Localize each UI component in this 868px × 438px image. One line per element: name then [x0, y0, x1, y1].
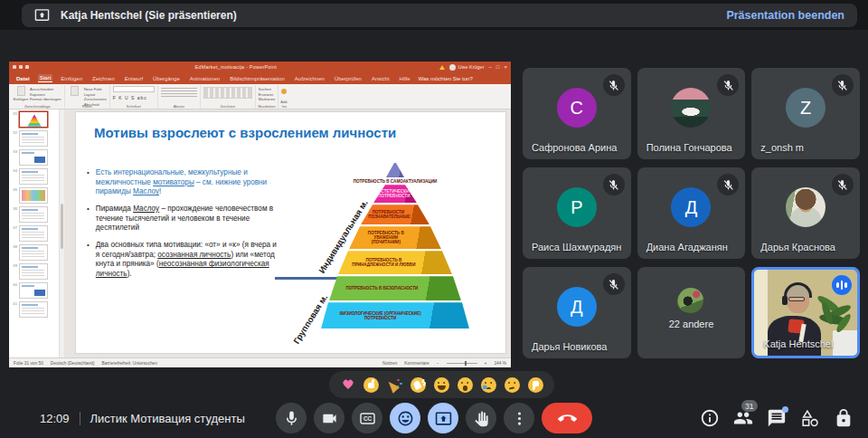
ribbon-group-addins[interactable]: Add-Ins — [278, 85, 289, 109]
participant-tile[interactable]: Раиса Шахмурадян Р — [523, 167, 631, 259]
ppt-tab-12[interactable]: Hilfe — [398, 75, 412, 82]
thinking-face-reaction[interactable] — [505, 377, 520, 393]
ppt-search-hint[interactable]: Was möchten Sie tun? — [419, 76, 473, 81]
ribbon-group-drawing[interactable]: Zeichnen — [201, 85, 256, 109]
ppt-tab-5[interactable]: Entwurf — [123, 75, 145, 82]
ppt-tab-3[interactable]: Einfügen — [59, 75, 84, 82]
comments-button[interactable]: Kommentare — [404, 361, 429, 366]
ppt-quick-access-toolbar[interactable] — [13, 64, 32, 70]
ribbon-group-paragraph[interactable]: Absatz — [158, 85, 201, 109]
ppt-tab-9[interactable]: Aufzeichnen — [293, 75, 326, 82]
participant-tile[interactable]: z_onsh m Z — [751, 68, 860, 159]
raise-hand-button[interactable] — [466, 403, 496, 433]
mini-pyramid — [26, 114, 42, 127]
slide-thumbnail-37[interactable]: 37 — [11, 225, 58, 242]
slide-thumbnail-39[interactable]: 39 — [11, 263, 58, 280]
slide-thumbnail-preview — [19, 149, 48, 166]
pyramid-level-5: ПОТРЕБНОСТЬ В ПРИНАДЛЕЖНОСТИ И ЛЮБВИ — [338, 251, 452, 274]
participant-name: Диана Агаджанян — [646, 242, 728, 252]
ppt-tab-7[interactable]: Animationen — [188, 75, 222, 82]
participant-tile[interactable]: Дарья Краснова — [751, 167, 860, 259]
ppt-window-title: EdMarket_motivacija - PowerPoint — [32, 64, 439, 70]
mic-button[interactable] — [276, 403, 307, 433]
slide-thumbnail-32[interactable]: 32 — [11, 130, 58, 147]
party-popper-reaction[interactable] — [387, 377, 402, 393]
slide-thumbnail-36[interactable]: 36 — [11, 206, 58, 223]
slide-thumbnail-number: 33 — [11, 149, 17, 154]
ppt-tab-2[interactable]: Start — [38, 74, 53, 82]
activities-icon[interactable] — [800, 408, 820, 428]
thumbs-up-reaction[interactable] — [363, 377, 379, 393]
end-call-button[interactable] — [542, 403, 592, 433]
avatar-photo — [678, 288, 703, 313]
pyramid-top-label: ПОТРЕБНОСТЬ В САМОАКТУАЛИЗАЦИИ — [345, 179, 445, 184]
language-indicator[interactable]: Deutsch (Deutschland) — [51, 361, 95, 366]
ribbon-group-font[interactable]: F K U S abc Schriftart — [110, 85, 158, 109]
astonished-face-reaction[interactable] — [458, 377, 473, 393]
participant-tile[interactable]: Katja Hentschel — [751, 267, 860, 358]
face-with-tears-of-joy-reaction[interactable] — [434, 377, 449, 393]
slide-thumbnail-41[interactable]: 41 — [11, 301, 58, 318]
crying-face-reaction[interactable] — [481, 377, 496, 393]
host-controls-icon[interactable] — [834, 408, 854, 428]
participant-name: Сафронова Арина — [532, 142, 617, 153]
present-button[interactable] — [428, 403, 458, 433]
camera-button[interactable] — [314, 403, 344, 433]
avatar: С — [557, 88, 597, 128]
ribbon-group-clipboard[interactable]: Einfügen Ausschneiden Kopieren Format üb… — [11, 85, 65, 109]
thumbs-down-reaction[interactable] — [528, 377, 543, 393]
ppt-thumbnail-list[interactable]: 3132333435363738394041 — [9, 110, 60, 357]
chat-icon[interactable] — [767, 408, 787, 428]
clapping-hands-reaction[interactable] — [410, 377, 426, 393]
slide-thumbnail-33[interactable]: 33 — [11, 149, 58, 166]
bullet-marker: • — [87, 168, 90, 197]
participant-tile[interactable]: Дарья Новикова Д — [523, 267, 631, 358]
presentation-top-bar: Katja Hentschel (Sie präsentieren) Präse… — [0, 0, 868, 30]
participant-tile[interactable]: Диана Агаджанян Д — [637, 167, 746, 259]
ribbon-group-slides[interactable]: Neue Folie Layout Zurücksetzen Abschnitt… — [65, 85, 110, 109]
ppt-tab-1[interactable]: Datei — [14, 75, 32, 82]
ppt-window-buttons[interactable]: –□× — [485, 64, 507, 70]
slide-thumbnail-35[interactable]: 35 — [11, 187, 58, 204]
participant-tile[interactable]: Полина Гончарова — [637, 68, 746, 159]
slide-thumbnail-40[interactable]: 40 — [11, 282, 58, 299]
accessibility-checker[interactable]: Barrierefreiheit: Untersuchen — [102, 361, 157, 366]
zoom-level[interactable]: 144 % — [494, 361, 506, 366]
ppt-tab-4[interactable]: Zeichnen — [90, 75, 117, 82]
slide-thumbnail-number: 38 — [11, 244, 17, 249]
mic-off-icon — [603, 273, 625, 295]
people-icon[interactable]: 31 — [733, 408, 753, 428]
pyramid-level-label: ЭСТЕТИЧЕСКИЕ ПОТРЕБНОСТИ — [378, 189, 411, 198]
sparkling-heart-reaction[interactable] — [340, 377, 355, 393]
zoom-out-button[interactable]: − — [437, 361, 439, 366]
end-presentation-button[interactable]: Präsentation beenden — [726, 9, 844, 22]
slide-thumbnail-31[interactable]: 31 — [11, 111, 58, 128]
slide-thumbnail-38[interactable]: 38 — [11, 244, 58, 261]
more-button[interactable] — [504, 403, 534, 433]
slide-thumbnail-preview — [19, 263, 48, 280]
zoom-slider[interactable] — [447, 363, 477, 364]
overflow-count: 22 andere — [637, 319, 746, 329]
slide-canvas: Мотивы взрослеют с взрослением личности … — [75, 111, 506, 354]
info-icon[interactable] — [700, 408, 720, 428]
ribbon-group-editing[interactable]: Suchen Ersetzen Markieren Bearbeiten — [256, 85, 279, 109]
pyramid-level-3: ПОТРЕБНОСТИ ПОЗНАВАТЕЛЬНЫЕ: — [361, 205, 429, 224]
participant-tile[interactable]: Сафронова Арина С — [523, 68, 631, 159]
avatar: Р — [557, 187, 597, 227]
reactions-button[interactable] — [390, 403, 420, 433]
ppt-tab-11[interactable]: Ansicht — [370, 75, 392, 82]
present-to-all-icon — [34, 7, 50, 23]
ppt-tab-10[interactable]: Überprüfen — [333, 75, 363, 82]
participant-count-badge: 31 — [741, 400, 758, 412]
slide-thumbnail-34[interactable]: 34 — [11, 168, 58, 185]
ppt-tab-6[interactable]: Übergänge — [151, 75, 182, 82]
ppt-tab-8[interactable]: Bildschirmpräsentation — [228, 75, 287, 82]
slide-thumbnail-preview — [19, 111, 48, 128]
notes-button[interactable]: Notizen — [382, 361, 397, 366]
slide-thumbnail-number: 41 — [11, 301, 17, 306]
captions-button[interactable] — [352, 403, 382, 433]
participant-tile[interactable]: 22 andere o — [637, 267, 746, 358]
pyramid-level-label: ПОТРЕБНОСТЬ В ПРИНАДЛЕЖНОСТИ И ЛЮБВИ — [351, 258, 439, 267]
slide-thumbnail-number: 34 — [11, 168, 17, 173]
zoom-in-button[interactable]: + — [485, 361, 487, 366]
